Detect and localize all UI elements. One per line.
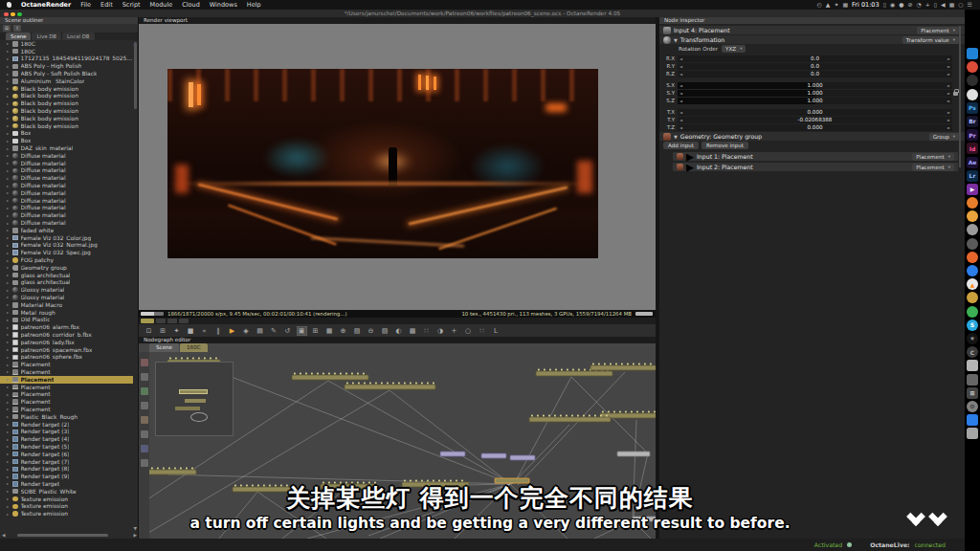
edit-icon[interactable]: ✎ xyxy=(269,326,279,336)
menu-item-script[interactable]: Script xyxy=(118,0,145,10)
zoom-in-icon[interactable]: ⊕ xyxy=(338,326,348,336)
outliner-item[interactable]: ▸Black body emission xyxy=(0,122,133,130)
graph-node[interactable] xyxy=(144,468,196,474)
status-icon-r4[interactable]: ⊘ xyxy=(907,0,912,10)
outliner-item[interactable]: ▸patreon06_spaceman.fbx xyxy=(0,346,133,354)
remove-input-button[interactable]: Remove input xyxy=(702,142,748,149)
outliner-item[interactable]: ▸Female Viz 032_Spec.jpg xyxy=(0,249,133,256)
status-icon-r2[interactable]: ◉ xyxy=(890,0,895,10)
T.Z-slider[interactable]: ◄0.000► xyxy=(678,124,952,131)
nodegraph-tool-icon-2[interactable] xyxy=(141,373,148,381)
trash-icon[interactable] xyxy=(967,428,978,439)
outliner-item[interactable]: ▸Diffuse material xyxy=(0,219,133,227)
status-icon-r5[interactable]: ◔ xyxy=(916,0,921,10)
vlc-icon[interactable]: ▲ xyxy=(967,278,978,290)
menu-item-help[interactable]: Help xyxy=(242,0,266,10)
firefox-icon[interactable] xyxy=(967,252,978,263)
outliner-item[interactable]: ▸Glossy material xyxy=(0,294,133,301)
nodegraph-tool-icon-1[interactable] xyxy=(141,359,148,366)
outliner-item[interactable]: ▸Texture emission xyxy=(0,510,133,518)
add-icon[interactable]: + xyxy=(449,326,459,336)
pixel-grid-icon[interactable]: ∷ xyxy=(477,326,487,336)
outliner-item[interactable]: ▸Material Macro xyxy=(0,301,133,309)
premiere-icon[interactable]: Pr xyxy=(967,129,978,141)
outliner-item[interactable]: ▸Black body emission xyxy=(0,99,133,107)
outliner-item[interactable]: ▸Female Viz 032_Normal.jpg xyxy=(0,242,133,250)
dark-doc-app-icon[interactable] xyxy=(967,374,978,386)
outliner-item[interactable]: ▸Geometry group xyxy=(0,264,133,272)
downloads-folder-icon[interactable] xyxy=(967,414,978,426)
exposure-icon[interactable]: ◐ xyxy=(393,326,404,336)
outliner-item[interactable]: ▸Placement xyxy=(0,376,133,384)
outliner-tab-live-db[interactable]: Live DB xyxy=(32,33,61,40)
menu-item-octanerender[interactable]: OctaneRender xyxy=(16,0,76,10)
outliner-tab-local-db[interactable]: Local DB xyxy=(62,33,95,40)
outliner-item[interactable]: ▸Diffuse material xyxy=(0,167,133,175)
pause-render-icon[interactable]: ‖ xyxy=(213,326,224,336)
outliner-tab-scene[interactable]: Scene xyxy=(6,33,31,40)
S.Y-slider[interactable]: ◄1.000► xyxy=(678,90,952,97)
nodegraph-tool-icon-7[interactable] xyxy=(141,445,148,452)
settings-app-icon[interactable]: ⚙ xyxy=(967,401,978,412)
menu-item-module[interactable]: Module xyxy=(145,0,178,10)
mb-chip[interactable] xyxy=(179,319,189,323)
T.X-slider[interactable]: ◄0.000► xyxy=(678,109,952,116)
outliner-item[interactable]: ▸Render target (8) xyxy=(0,465,133,473)
graph-node[interactable] xyxy=(440,452,465,456)
photoshop-icon[interactable]: Ps xyxy=(967,102,978,114)
slider-right-arrow-icon[interactable]: ► xyxy=(947,72,950,77)
outliner-item[interactable]: ▸Diffuse material xyxy=(0,189,133,197)
outliner-item[interactable]: ▸180C xyxy=(0,40,133,48)
outliner-item[interactable]: ▸Glossy material xyxy=(0,286,133,294)
nodegraph-tab-180c[interactable]: 180C xyxy=(180,343,208,352)
outliner-item[interactable]: ▸Old Plastic xyxy=(0,316,133,323)
outliner-item[interactable]: ▸180C xyxy=(0,48,133,55)
graph-node[interactable] xyxy=(510,455,535,460)
shield-icon[interactable]: ◈ xyxy=(241,326,252,336)
outliner-item[interactable]: ▸DAZ_skin_material xyxy=(0,144,133,152)
collapse-caret-icon[interactable]: ▼ xyxy=(674,37,678,43)
geometry-input-row-2[interactable]: ▸Input 2: PlacementPlacement xyxy=(673,163,958,171)
c-app-icon[interactable]: C xyxy=(967,346,978,358)
render-viewport-canvas[interactable] xyxy=(139,24,656,310)
nodegraph-tab-scene[interactable]: Scene xyxy=(149,343,179,352)
outliner-item[interactable]: ▸patreon06_lady.fbx xyxy=(0,339,133,346)
outliner-item[interactable]: ▸Render target (5) xyxy=(0,443,133,451)
status-icon-r9[interactable]: ▦ xyxy=(949,0,955,10)
transform-type-dropdown[interactable]: Transform value xyxy=(902,36,959,44)
dark-app-icon[interactable] xyxy=(967,238,978,250)
outliner-item[interactable]: ▸Diffuse material xyxy=(0,197,133,205)
outliner-item[interactable]: ▸Diffuse material xyxy=(0,211,133,219)
status-icon-r6[interactable]: + xyxy=(925,0,930,10)
input4-type-dropdown[interactable]: Placement xyxy=(917,27,959,34)
R.Y-slider[interactable]: ◄0.0► xyxy=(678,63,952,70)
graph-node[interactable] xyxy=(292,373,368,380)
outliner-item[interactable]: ▸Diffuse material xyxy=(0,152,133,160)
film-icon[interactable]: ▧ xyxy=(352,326,363,336)
import-node-icon[interactable]: ⇪ xyxy=(13,25,21,32)
status-icon-2[interactable]: ▲ xyxy=(826,0,831,10)
menu-item-windows[interactable]: Windows xyxy=(205,0,242,10)
outliner-item[interactable]: ▸Texture emission xyxy=(0,496,133,503)
outliner-item[interactable]: ▸Plastic_Black_Rough xyxy=(0,413,133,421)
outliner-item[interactable]: ▸Black body emission xyxy=(0,107,133,115)
render-channel-chip[interactable] xyxy=(141,319,154,323)
lock-icon[interactable] xyxy=(953,92,958,96)
outliner-item[interactable]: ▸Black body emission xyxy=(0,85,133,93)
S.X-slider[interactable]: ◄1.000► xyxy=(678,82,952,89)
ruler-icon[interactable]: L xyxy=(491,326,501,336)
horizontal-scrollbar[interactable] xyxy=(17,534,108,537)
lightroom-icon[interactable]: Lr xyxy=(967,170,978,182)
slider-right-arrow-icon[interactable]: ► xyxy=(947,99,950,103)
gold-gear-app-icon[interactable] xyxy=(967,292,978,303)
outliner-item[interactable]: ▸FOG patchy xyxy=(0,256,133,264)
clock-app-icon[interactable] xyxy=(967,75,978,86)
S.Z-slider[interactable]: ◄1.000► xyxy=(678,98,952,104)
nodegraph-minimap[interactable] xyxy=(155,362,234,436)
outliner-item[interactable]: ▸glass architectual xyxy=(0,279,133,287)
outliner-item[interactable]: ▸Aluminium _StainColor xyxy=(0,77,133,85)
apple-icon[interactable] xyxy=(7,2,11,8)
status-icon-4[interactable]: ▦ xyxy=(842,0,848,10)
lut-chip[interactable] xyxy=(167,319,177,323)
skype-icon[interactable]: S xyxy=(967,320,978,331)
